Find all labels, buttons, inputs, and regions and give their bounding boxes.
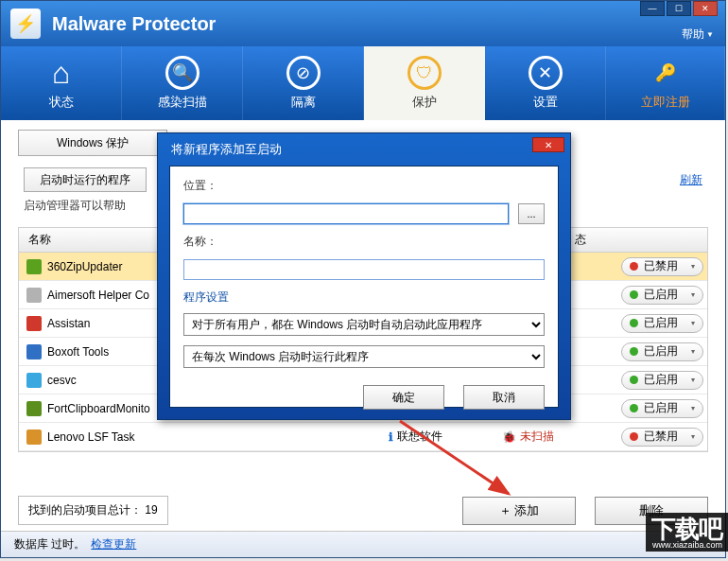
status-label: 已启用 <box>644 315 678 331</box>
table-row[interactable]: Lenovo LSF Taskℹ 联想软件🐞 未扫描已禁用 <box>19 423 707 451</box>
name-input[interactable] <box>183 259 545 280</box>
program-name: cesvc <box>47 374 77 387</box>
scan-status: 未扫描 <box>520 429 554 445</box>
program-name: Boxoft Tools <box>47 345 109 359</box>
main-toolbar: ⌂ 状态 🔍 感染扫描 ⊘ 隔离 🛡 保护 ✕ 设置 🔑 立即注册 <box>1 46 725 120</box>
program-icon <box>26 344 42 359</box>
program-icon <box>26 401 42 416</box>
status-toggle[interactable]: 已禁用 <box>621 257 703 276</box>
tab-windows-protect[interactable]: Windows 保护 <box>18 130 167 156</box>
toolbar-item-scan[interactable]: 🔍 感染扫描 <box>122 46 243 120</box>
shield-icon: 🛡 <box>407 56 442 90</box>
window-controls: — ☐ ✕ <box>640 1 718 16</box>
titlebar: ⚡ Malware Protector — ☐ ✕ 帮助▼ <box>1 1 725 46</box>
program-name: 360ZipUpdater <box>47 260 122 273</box>
status-toggle[interactable]: 已启用 <box>621 314 703 333</box>
cancel-button[interactable]: 取消 <box>463 385 545 410</box>
status-dot-icon <box>630 404 638 412</box>
toolbar-item-register[interactable]: 🔑 立即注册 <box>606 46 725 120</box>
add-button[interactable]: ＋ 添加 <box>462 497 576 525</box>
status-label: 已禁用 <box>644 258 678 274</box>
company-name: 联想软件 <box>397 429 442 445</box>
status-dot-icon <box>630 319 638 327</box>
toolbar-item-protect[interactable]: 🛡 保护 <box>364 46 485 120</box>
toolbar-item-status[interactable]: ⌂ 状态 <box>1 46 122 120</box>
status-label: 已启用 <box>644 400 678 416</box>
program-icon <box>26 373 42 388</box>
add-program-dialog: 将新程序添加至启动 ✕ 位置： ... 名称： 程序设置 对于所有用户，都在 W… <box>157 132 571 420</box>
footer-row: 找到的启动项目总计： 19 ＋ 添加 删除 <box>18 496 708 525</box>
program-icon <box>26 288 42 303</box>
db-status: 数据库 过时。 <box>14 536 85 552</box>
minimize-button[interactable]: — <box>640 1 665 16</box>
program-icon <box>26 259 42 274</box>
dialog-close-button[interactable]: ✕ <box>532 137 564 152</box>
program-name: Aimersoft Helper Co <box>47 289 149 302</box>
status-toggle[interactable]: 已启用 <box>621 371 703 390</box>
status-dot-icon <box>630 347 638 356</box>
browse-button[interactable]: ... <box>518 203 545 224</box>
total-count: 找到的启动项目总计： 19 <box>18 496 168 525</box>
toolbar-item-quarantine[interactable]: ⊘ 隔离 <box>243 46 364 120</box>
status-dot-icon <box>630 262 638 271</box>
ok-button[interactable]: 确定 <box>363 385 444 410</box>
program-name: Lenovo LSF Task <box>47 430 135 444</box>
location-input[interactable] <box>183 203 509 224</box>
status-toggle[interactable]: 已禁用 <box>621 428 703 447</box>
search-icon: 🔍 <box>165 56 199 90</box>
users-select[interactable]: 对于所有用户，都在 Windows 启动时自动启动此应用程序 <box>183 313 545 336</box>
program-name: FortClipboardMonito <box>47 402 150 415</box>
status-toggle[interactable]: 已启用 <box>621 342 703 361</box>
run-mode-select[interactable]: 在每次 Windows 启动时运行此程序 <box>183 345 545 368</box>
col-status[interactable]: 态 <box>565 228 707 252</box>
home-icon: ⌂ <box>44 56 78 90</box>
dialog-title: 将新程序添加至启动 ✕ <box>158 133 570 166</box>
key-icon: 🔑 <box>649 56 683 90</box>
close-button[interactable]: ✕ <box>693 1 718 16</box>
tools-icon: ✕ <box>529 56 563 90</box>
status-label: 已禁用 <box>644 429 678 445</box>
help-link[interactable]: 帮助▼ <box>682 26 714 43</box>
toolbar-item-settings[interactable]: ✕ 设置 <box>485 46 606 120</box>
watermark: 下载吧 www.xiazaiba.com <box>646 513 728 552</box>
status-dot-icon <box>630 290 638 299</box>
status-label: 已启用 <box>644 372 678 388</box>
program-icon <box>26 430 42 445</box>
refresh-link[interactable]: 刷新 <box>680 172 702 188</box>
status-dot-icon <box>630 376 638 384</box>
info-icon[interactable]: ℹ <box>389 430 393 444</box>
scan-icon: 🐞 <box>502 430 516 444</box>
program-settings-header: 程序设置 <box>183 289 545 306</box>
chevron-down-icon: ▼ <box>706 30 714 39</box>
status-dot-icon <box>630 432 638 441</box>
startup-programs-button[interactable]: 启动时运行的程序 <box>24 167 147 192</box>
status-label: 已启用 <box>644 343 678 359</box>
blocked-icon: ⊘ <box>286 56 321 90</box>
status-toggle[interactable]: 已启用 <box>621 399 703 418</box>
location-label: 位置： <box>183 178 229 194</box>
maximize-button[interactable]: ☐ <box>667 1 691 16</box>
program-icon <box>26 316 42 331</box>
program-name: Assistan <box>47 317 90 330</box>
check-update-link[interactable]: 检查更新 <box>91 536 136 552</box>
app-logo-icon: ⚡ <box>10 9 41 39</box>
statusbar: 数据库 过时。 检查更新 <box>1 531 725 557</box>
app-title: Malware Protector <box>52 13 216 35</box>
status-label: 已启用 <box>644 287 678 303</box>
status-toggle[interactable]: 已启用 <box>621 286 703 305</box>
name-label: 名称： <box>183 234 229 250</box>
